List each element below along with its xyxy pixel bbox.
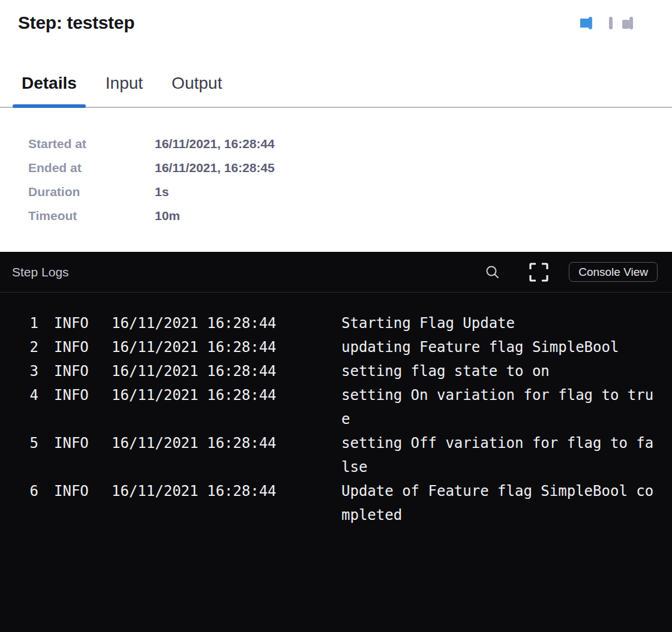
step-logs-body: 1 INFO 16/11/2021 16:28:44 Starting Flag…	[0, 293, 672, 527]
log-line-number: 5	[12, 431, 38, 455]
log-message: updating Feature flag SimpleBool	[341, 335, 657, 359]
expand-icon-glyph	[529, 262, 549, 282]
log-message: setting flag state to on	[341, 359, 657, 383]
floating-panel-icon[interactable]	[629, 19, 633, 28]
log-level: INFO	[38, 335, 112, 359]
detail-label: Timeout	[28, 204, 155, 228]
log-message: setting Off variation for flag to false	[341, 431, 657, 479]
tab-details-label: Details	[22, 74, 77, 92]
tab-input-label: Input	[106, 74, 143, 92]
log-line-number: 4	[12, 383, 38, 407]
log-line-number: 1	[12, 311, 38, 335]
step-detail-panel: Step: teststep Details Input Output	[0, 0, 672, 632]
log-message: Update of Feature flag SimpleBool comple…	[341, 479, 657, 527]
step-logs-title: Step Logs	[12, 265, 485, 279]
bottom-panel-icon-shape	[609, 17, 613, 29]
log-line-number: 2	[12, 335, 38, 359]
log-message: Starting Flag Update	[341, 311, 657, 335]
log-row: 1 INFO 16/11/2021 16:28:44 Starting Flag…	[12, 311, 658, 335]
detail-label: Duration	[28, 180, 155, 204]
detail-label: Ended at	[28, 156, 155, 180]
log-timestamp: 16/11/2021 16:28:44	[112, 311, 341, 335]
log-line-number: 3	[12, 359, 38, 383]
log-row: 3 INFO 16/11/2021 16:28:44 setting flag …	[12, 359, 658, 383]
detail-label: Started at	[28, 132, 155, 156]
log-level: INFO	[38, 359, 112, 383]
detail-value: 10m	[155, 204, 672, 228]
tab-output-label: Output	[172, 74, 222, 92]
detail-value: 16/11/2021, 16:28:45	[155, 156, 672, 180]
log-row: 4 INFO 16/11/2021 16:28:44 setting On va…	[12, 383, 658, 431]
detail-row-ended-at: Ended at 16/11/2021, 16:28:45	[28, 156, 672, 180]
detail-row-timeout: Timeout 10m	[28, 204, 672, 228]
console-view-button[interactable]: Console View	[569, 262, 658, 282]
detail-value: 1s	[155, 180, 672, 204]
bottom-panel-icon[interactable]	[609, 19, 613, 28]
split-view-icon[interactable]	[589, 19, 592, 28]
log-level: INFO	[38, 479, 112, 503]
tab-input[interactable]: Input	[106, 71, 143, 107]
log-message: setting On variation for flag to true	[341, 383, 657, 431]
search-icon[interactable]	[485, 264, 500, 280]
log-level: INFO	[38, 431, 112, 455]
log-row: 2 INFO 16/11/2021 16:28:44 updating Feat…	[12, 335, 658, 359]
detail-row-started-at: Started at 16/11/2021, 16:28:44	[28, 132, 672, 156]
floating-panel-icon-shape	[629, 17, 633, 29]
console-view-button-label: Console View	[578, 266, 648, 279]
split-view-icon-shape	[589, 17, 592, 29]
log-timestamp: 16/11/2021 16:28:44	[112, 383, 341, 407]
expand-icon[interactable]	[529, 262, 549, 282]
log-level: INFO	[38, 311, 112, 335]
page-title: Step: teststep	[18, 12, 134, 34]
tab-output[interactable]: Output	[172, 71, 222, 107]
active-tab-underline	[13, 104, 86, 108]
log-row: 6 INFO 16/11/2021 16:28:44 Update of Fea…	[12, 479, 658, 527]
log-line-number: 6	[12, 479, 38, 503]
step-logs-actions: Console View	[485, 262, 658, 282]
log-timestamp: 16/11/2021 16:28:44	[112, 431, 341, 455]
log-timestamp: 16/11/2021 16:28:44	[112, 335, 341, 359]
titlebar: Step: teststep	[0, 0, 672, 34]
step-logs-header: Step Logs Consol	[0, 252, 672, 293]
step-logs-panel: Step Logs Consol	[0, 252, 672, 632]
log-timestamp: 16/11/2021 16:28:44	[112, 479, 341, 503]
tab-details[interactable]: Details	[22, 71, 77, 107]
log-row: 5 INFO 16/11/2021 16:28:44 setting Off v…	[12, 431, 658, 479]
details-section: Started at 16/11/2021, 16:28:44 Ended at…	[0, 108, 672, 252]
detail-row-duration: Duration 1s	[28, 180, 672, 204]
log-timestamp: 16/11/2021 16:28:44	[112, 359, 341, 383]
search-icon-glyph	[485, 264, 500, 280]
detail-value: 16/11/2021, 16:28:44	[155, 132, 672, 156]
log-level: INFO	[38, 383, 112, 407]
tab-bar: Details Input Output	[0, 71, 672, 108]
window-controls	[589, 19, 650, 28]
